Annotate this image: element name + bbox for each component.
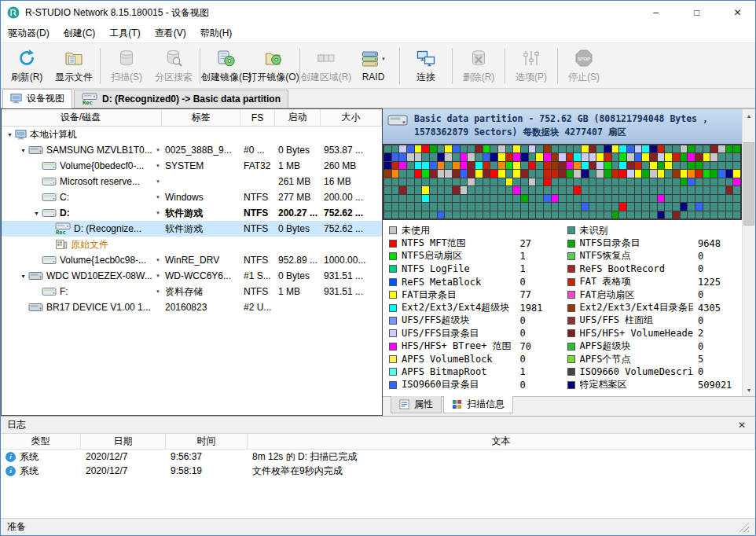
minimize-button[interactable]: –	[638, 1, 673, 24]
log-row[interactable]: i系统2020/12/79:56:378m 12s 的 D: 扫描已完成	[1, 450, 755, 464]
tree-row[interactable]: BR17 DEVICE V1.00 1...20160823#2 U...	[2, 299, 382, 315]
combo-arrow-icon[interactable]: ▼	[153, 163, 160, 168]
tab-scan-info[interactable]: 扫描信息	[443, 396, 513, 413]
volume-icon	[42, 255, 57, 266]
scan-map-cell	[453, 211, 460, 218]
scan-map-cell	[681, 211, 688, 218]
tree-row[interactable]: C:▼WindowsNTFS277 MB200.00 ...	[2, 189, 382, 205]
scan-map-cell	[422, 178, 429, 185]
legend-count: 77	[520, 289, 561, 300]
scroll-up-icon[interactable]: ▲	[743, 109, 755, 122]
log-column-header[interactable]: 时间	[166, 434, 248, 449]
start-cell	[275, 299, 321, 315]
tree-row[interactable]: F:▼资料存储NTFS1 MB931.51 ...	[2, 284, 382, 299]
combo-arrow-icon[interactable]: ▼	[153, 148, 160, 152]
expander-icon[interactable]: ▼	[18, 148, 28, 153]
expander-icon[interactable]: ▼	[31, 211, 42, 216]
expander-icon[interactable]: ▼	[5, 132, 15, 138]
vertical-scrollbar[interactable]: ▲ ▼	[742, 109, 755, 396]
toolbar-button-connect[interactable]: 连接	[402, 45, 450, 87]
tree-row[interactable]: Volume{1ecb0c98-...▼WinRE_DRVNTFS952.89 …	[2, 252, 382, 268]
scan-map-cell	[612, 145, 619, 152]
toolbar-button-show-files[interactable]: 显示文件	[50, 45, 97, 87]
tree-row[interactable]: ▼D:▼软件游戏NTFS200.27 ...752.62 ...	[2, 205, 382, 221]
tree-column-header[interactable]: 大小	[321, 109, 382, 126]
tab-device-view[interactable]: 设备视图	[2, 89, 72, 108]
toolbar-button-label: RAID	[362, 72, 385, 83]
legend-item: NTFS LogFile1	[389, 262, 561, 275]
log-column-header[interactable]: 类型	[1, 434, 81, 449]
scan-map-cell	[483, 195, 490, 202]
scan-map-cell	[529, 162, 536, 169]
toolbar-button-create-image[interactable]: 创建镜像(E)	[203, 45, 250, 87]
toolbar-button-refresh[interactable]: 刷新(R)	[3, 45, 50, 87]
scan-map-cell	[445, 162, 452, 169]
scan-map-cell	[658, 153, 665, 160]
log-column-header[interactable]: 文本	[248, 434, 755, 449]
tree-row[interactable]: Microsoft reserve...▼261 MB16 MB	[2, 174, 382, 189]
scan-map-cell	[490, 203, 497, 210]
scan-map-cell	[461, 211, 468, 218]
combo-arrow-icon[interactable]: ▼	[153, 258, 160, 262]
maximize-button[interactable]: □	[679, 1, 714, 24]
scan-map-cell	[513, 178, 520, 185]
scan-map-cell	[498, 170, 505, 177]
legend-count: 0	[520, 354, 561, 365]
menu-item[interactable]: 驱动器(D)	[1, 24, 57, 43]
close-button[interactable]: ✕	[720, 1, 755, 24]
tree-row[interactable]: ▼本地计算机	[2, 127, 382, 142]
tab-properties[interactable]: 属性	[391, 396, 442, 413]
scan-map-cell	[567, 186, 574, 193]
scan-map-cell	[415, 145, 422, 152]
scan-map-cell	[559, 178, 566, 185]
menu-item[interactable]: 工具(T)	[102, 24, 147, 43]
tab-partition[interactable]: RecD: (Recognized0) -> Basic data partit…	[74, 90, 288, 108]
scan-map-cell	[582, 162, 589, 169]
combo-arrow-icon[interactable]: ▼	[153, 289, 160, 294]
tree-row[interactable]: Volume{0bedecf0-...▼SYSTEMFAT321 MB260 M…	[2, 158, 382, 174]
scan-map-cell	[635, 195, 642, 202]
dropdown-arrow-icon[interactable]: ▼	[381, 57, 386, 61]
combo-arrow-icon[interactable]: ▼	[153, 195, 160, 200]
scan-map[interactable]	[383, 144, 742, 220]
tree-column-header[interactable]: 标签	[162, 109, 240, 126]
tree-column-header[interactable]: 启动	[275, 109, 321, 126]
legend-color-swatch	[567, 278, 575, 286]
toolbar-button-open-image[interactable]: 打开镜像(O)	[250, 45, 297, 87]
combo-arrow-icon[interactable]: ▼	[153, 211, 160, 215]
menu-item[interactable]: 帮助(H)	[193, 24, 240, 43]
log-close-icon[interactable]: ✕	[735, 420, 749, 431]
scroll-down-icon[interactable]: ▼	[743, 384, 755, 396]
menu-item[interactable]: 创建(C)	[57, 24, 103, 43]
scan-map-cell	[681, 203, 688, 210]
legend-item: NTFS恢复点0	[567, 250, 739, 262]
scan-map-cell	[399, 178, 406, 185]
scan-map-cell	[589, 145, 596, 152]
tree-column-header[interactable]: 设备/磁盘	[2, 109, 162, 126]
log-row[interactable]: i系统2020/12/79:58:19文件枚举在9秒内完成	[1, 464, 755, 478]
tree-row[interactable]: 原始文件	[2, 237, 382, 252]
tree-row[interactable]: ▼WDC WD10EZEX-08W...▼WD-WCC6Y6...#1 S...…	[2, 268, 382, 284]
tree-column-header[interactable]: FS	[240, 109, 275, 126]
scroll-thumb[interactable]	[743, 142, 754, 226]
scan-map-cell	[384, 178, 391, 185]
log-column-header[interactable]: 日期	[81, 434, 166, 449]
toolbar-button-raid[interactable]: ▼RAID	[350, 45, 397, 87]
toolbar-button-label: 创建镜像(E)	[201, 71, 251, 84]
tree-row[interactable]: ▼SAMSUNG MZVLB1T0...▼0025_388B_9...#0 ..…	[2, 142, 382, 158]
scan-map-cell	[559, 186, 566, 193]
scan-map-cell	[559, 211, 566, 218]
scan-map-cell	[703, 178, 710, 185]
combo-arrow-icon[interactable]: ▼	[153, 179, 160, 184]
resize-grip[interactable]	[739, 522, 749, 532]
scroll-track[interactable]	[743, 122, 755, 384]
scan-map-cell	[650, 195, 657, 202]
menu-item[interactable]: 查看(V)	[148, 24, 193, 43]
scan-map-cell	[506, 162, 513, 169]
tree-row[interactable]: RecD: (Recognize...软件游戏NTFS0 Bytes752.62…	[2, 221, 382, 237]
expander-icon[interactable]: ▼	[18, 274, 28, 279]
scan-map-cell	[544, 195, 551, 202]
legend-color-swatch	[389, 265, 397, 273]
scan-map-cell	[483, 186, 490, 193]
combo-arrow-icon[interactable]: ▼	[153, 274, 160, 278]
